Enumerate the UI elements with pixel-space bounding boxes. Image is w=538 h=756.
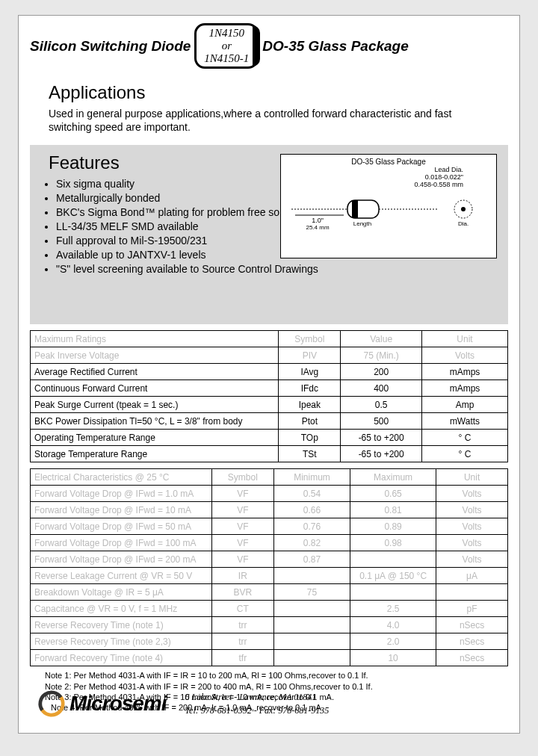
svg-rect-2: [352, 200, 358, 218]
company-name: Microsemi: [69, 692, 167, 716]
svg-text:Length: Length: [353, 220, 371, 227]
applications-text: Used in general purpose applications,whe…: [49, 107, 489, 134]
pkg-diagram-title: DO-35 Glass Package: [284, 158, 493, 166]
header-row: Silicon Switching Diode 1N4150 or 1N4150…: [30, 23, 508, 69]
product-type: Silicon Switching Diode: [30, 38, 191, 55]
electrical-char-table: Electrical Characteristics @ 25 °CSymbol…: [30, 468, 508, 666]
pkg-lead-dia-mm: 0.458-0.558 mm: [284, 181, 463, 188]
part-number-2: 1N4150-1: [204, 52, 249, 65]
diode-icon: 1.0" 25.4 mm Length Dia.: [288, 194, 489, 232]
part-number-box: 1N4150 or 1N4150-1: [194, 23, 259, 69]
part-number-or: or: [204, 40, 249, 52]
package-diagram: DO-35 Glass Package Lead Dia. 0.018-0.02…: [280, 154, 497, 258]
package-type: DO-35 Glass Package: [262, 38, 408, 55]
company-logo: Microsemi: [37, 690, 167, 718]
features-section: Features Six sigma quality Metallurgical…: [30, 145, 508, 324]
addr-line-1: 6 Lake Street - Lawrence, MA 01841: [185, 690, 330, 704]
addr-line-2: Tel: 978-681-0392 - Fax: 978-681-9135: [185, 704, 330, 717]
part-number-1: 1N4150: [204, 27, 249, 40]
applications-section: Applications Used in general purpose app…: [30, 75, 508, 141]
applications-heading: Applications: [49, 82, 489, 103]
svg-text:Dia.: Dia.: [458, 220, 469, 227]
svg-text:1.0": 1.0": [312, 217, 324, 224]
svg-point-5: [461, 207, 466, 211]
company-address: 6 Lake Street - Lawrence, MA 01841 Tel: …: [185, 690, 330, 717]
note-1: Note 1: Per Method 4031-A with IF = IR =…: [45, 670, 508, 681]
pkg-lead-dia-label: Lead Dia.: [284, 166, 463, 173]
logo-mark-icon: [37, 690, 66, 718]
max-ratings-table: Maximum RatingsSymbolValueUnit Peak Inve…: [30, 330, 508, 462]
feature-item: "S" level screening available to Source …: [56, 262, 508, 276]
datasheet-page: Silicon Switching Diode 1N4150 or 1N4150…: [18, 15, 520, 734]
t1-hdr: Maximum Ratings: [31, 331, 279, 347]
footer: Microsemi 6 Lake Street - Lawrence, MA 0…: [37, 690, 501, 718]
svg-text:25.4 mm: 25.4 mm: [306, 224, 329, 231]
pkg-lead-dia-in: 0.018-0.022": [284, 173, 463, 181]
